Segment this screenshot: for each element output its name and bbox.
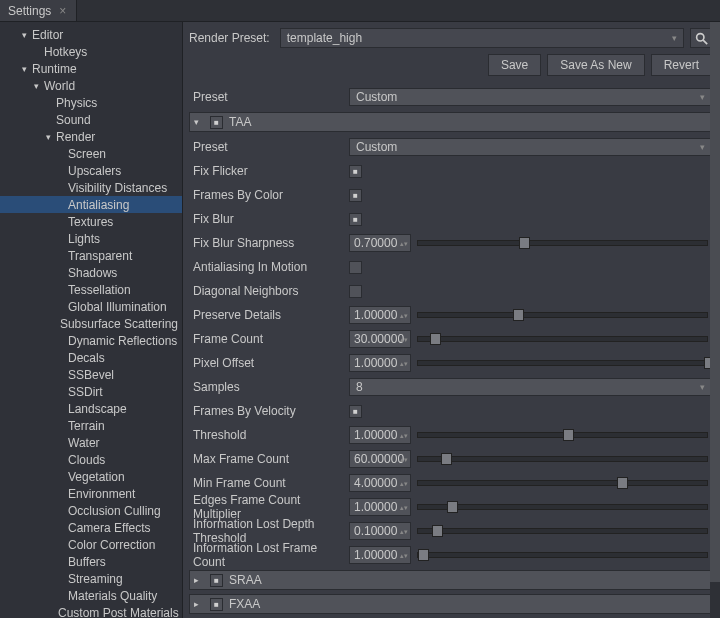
sidebar-item-textures[interactable]: Textures bbox=[0, 213, 182, 230]
diag_neighbors-checkbox[interactable] bbox=[349, 285, 362, 298]
spinner-icon[interactable]: ▴▾ bbox=[400, 480, 408, 487]
revert-button[interactable]: Revert bbox=[651, 54, 712, 76]
spinner-icon[interactable]: ▴▾ bbox=[400, 240, 408, 247]
sidebar-item-decals[interactable]: Decals bbox=[0, 349, 182, 366]
fxaa-section-header[interactable]: ▸ FXAA bbox=[189, 594, 712, 614]
sidebar-item-vegetation[interactable]: Vegetation bbox=[0, 468, 182, 485]
frames_by_color-checkbox[interactable] bbox=[349, 189, 362, 202]
sidebar-item-label: Camera Effects bbox=[68, 521, 150, 535]
frames_by_velocity-checkbox[interactable] bbox=[349, 405, 362, 418]
sidebar-item-landscape[interactable]: Landscape bbox=[0, 400, 182, 417]
threshold-slider[interactable] bbox=[417, 432, 708, 438]
sidebar-item-environment[interactable]: Environment bbox=[0, 485, 182, 502]
sidebar-item-ssbevel[interactable]: SSBevel bbox=[0, 366, 182, 383]
sidebar-item-clouds[interactable]: Clouds bbox=[0, 451, 182, 468]
tab-settings[interactable]: Settings × bbox=[0, 0, 77, 21]
spinner-icon[interactable]: ▴▾ bbox=[400, 456, 408, 463]
sidebar-item-editor[interactable]: ▾Editor bbox=[0, 26, 182, 43]
sidebar-item-transparent[interactable]: Transparent bbox=[0, 247, 182, 264]
sidebar-item-screen[interactable]: Screen bbox=[0, 145, 182, 162]
frame_count-slider[interactable] bbox=[417, 336, 708, 342]
min_frame_count-slider[interactable] bbox=[417, 480, 708, 486]
threshold-label: Threshold bbox=[189, 428, 349, 442]
search-button[interactable] bbox=[690, 28, 712, 48]
fix_blur_sharpness-input[interactable]: 0.70000▴▾ bbox=[349, 234, 411, 252]
fxaa-checkbox[interactable] bbox=[210, 598, 223, 611]
sidebar-item-antialiasing[interactable]: Antialiasing bbox=[0, 196, 182, 213]
frame_count-input[interactable]: 30.00000▴▾ bbox=[349, 330, 411, 348]
sidebar-item-materials-quality[interactable]: Materials Quality bbox=[0, 587, 182, 604]
save-button[interactable]: Save bbox=[488, 54, 541, 76]
sraa-section-header[interactable]: ▸ SRAA bbox=[189, 570, 712, 590]
info_depth-input[interactable]: 0.10000▴▾ bbox=[349, 522, 411, 540]
min_frame_count-input[interactable]: 4.00000▴▾ bbox=[349, 474, 411, 492]
preserve_details-slider[interactable] bbox=[417, 312, 708, 318]
fix_blur_sharpness-slider[interactable] bbox=[417, 240, 708, 246]
fix_blur-checkbox[interactable] bbox=[349, 213, 362, 226]
pixel_offset-input[interactable]: 1.00000▴▾ bbox=[349, 354, 411, 372]
sidebar-item-color-correction[interactable]: Color Correction bbox=[0, 536, 182, 553]
sidebar-item-label: Clouds bbox=[68, 453, 105, 467]
edges_mult-slider[interactable] bbox=[417, 504, 708, 510]
sidebar-item-hotkeys[interactable]: Hotkeys bbox=[0, 43, 182, 60]
spinner-icon[interactable]: ▴▾ bbox=[400, 528, 408, 535]
sidebar-item-ssdirt[interactable]: SSDirt bbox=[0, 383, 182, 400]
spinner-icon[interactable]: ▴▾ bbox=[400, 360, 408, 367]
sidebar-item-tessellation[interactable]: Tessellation bbox=[0, 281, 182, 298]
expand-icon: ▸ bbox=[194, 599, 204, 609]
fix_flicker-checkbox[interactable] bbox=[349, 165, 362, 178]
sidebar-item-global-illumination[interactable]: Global Illumination bbox=[0, 298, 182, 315]
info_frame-slider[interactable] bbox=[417, 552, 708, 558]
save-as-new-button[interactable]: Save As New bbox=[547, 54, 644, 76]
sidebar-item-runtime[interactable]: ▾Runtime bbox=[0, 60, 182, 77]
sidebar-item-render[interactable]: ▾Render bbox=[0, 128, 182, 145]
preserve_details-input[interactable]: 1.00000▴▾ bbox=[349, 306, 411, 324]
info_frame-input[interactable]: 1.00000▴▾ bbox=[349, 546, 411, 564]
sidebar-item-world[interactable]: ▾World bbox=[0, 77, 182, 94]
sidebar-item-lights[interactable]: Lights bbox=[0, 230, 182, 247]
sidebar-item-occlusion-culling[interactable]: Occlusion Culling bbox=[0, 502, 182, 519]
collapse-icon: ▾ bbox=[194, 117, 204, 127]
spinner-icon[interactable]: ▴▾ bbox=[400, 552, 408, 559]
info_depth-slider[interactable] bbox=[417, 528, 708, 534]
sidebar-item-water[interactable]: Water bbox=[0, 434, 182, 451]
preset-dropdown[interactable]: Custom bbox=[349, 88, 712, 106]
sidebar-item-label: Materials Quality bbox=[68, 589, 157, 603]
max_frame_count-input[interactable]: 60.00000▴▾ bbox=[349, 450, 411, 468]
spinner-icon[interactable]: ▴▾ bbox=[400, 312, 408, 319]
spinner-icon[interactable]: ▴▾ bbox=[400, 432, 408, 439]
spinner-icon[interactable]: ▴▾ bbox=[400, 504, 408, 511]
frame_count-label: Frame Count bbox=[189, 332, 349, 346]
sidebar-item-label: Environment bbox=[68, 487, 135, 501]
samples-dropdown[interactable]: 8 bbox=[349, 378, 712, 396]
close-icon[interactable]: × bbox=[57, 4, 68, 18]
render-preset-dropdown[interactable]: template_high bbox=[280, 28, 684, 48]
threshold-input[interactable]: 1.00000▴▾ bbox=[349, 426, 411, 444]
preset2-dropdown[interactable]: Custom bbox=[349, 138, 712, 156]
sidebar-item-label: Visibility Distances bbox=[68, 181, 167, 195]
sidebar-item-camera-effects[interactable]: Camera Effects bbox=[0, 519, 182, 536]
sidebar-item-streaming[interactable]: Streaming bbox=[0, 570, 182, 587]
sidebar-item-dynamic-reflections[interactable]: Dynamic Reflections bbox=[0, 332, 182, 349]
taa-section-header[interactable]: ▾ TAA bbox=[189, 112, 712, 132]
sidebar-item-buffers[interactable]: Buffers bbox=[0, 553, 182, 570]
svg-line-1 bbox=[703, 40, 707, 44]
sidebar-item-custom-post-materials[interactable]: Custom Post Materials bbox=[0, 604, 182, 618]
preserve_details-label: Preserve Details bbox=[189, 308, 349, 322]
frames_by_velocity-label: Frames By Velocity bbox=[189, 404, 349, 418]
max_frame_count-slider[interactable] bbox=[417, 456, 708, 462]
sidebar-item-terrain[interactable]: Terrain bbox=[0, 417, 182, 434]
sidebar-item-upscalers[interactable]: Upscalers bbox=[0, 162, 182, 179]
sidebar-item-sound[interactable]: Sound bbox=[0, 111, 182, 128]
pixel_offset-slider[interactable] bbox=[417, 360, 708, 366]
sraa-checkbox[interactable] bbox=[210, 574, 223, 587]
edges_mult-input[interactable]: 1.00000▴▾ bbox=[349, 498, 411, 516]
spinner-icon[interactable]: ▴▾ bbox=[400, 336, 408, 343]
aa_in_motion-checkbox[interactable] bbox=[349, 261, 362, 274]
sidebar-item-shadows[interactable]: Shadows bbox=[0, 264, 182, 281]
sidebar-item-subsurface-scattering[interactable]: Subsurface Scattering bbox=[0, 315, 182, 332]
taa-checkbox[interactable] bbox=[210, 116, 223, 129]
scrollbar[interactable] bbox=[710, 22, 720, 618]
sidebar-item-physics[interactable]: Physics bbox=[0, 94, 182, 111]
sidebar-item-visibility-distances[interactable]: Visibility Distances bbox=[0, 179, 182, 196]
